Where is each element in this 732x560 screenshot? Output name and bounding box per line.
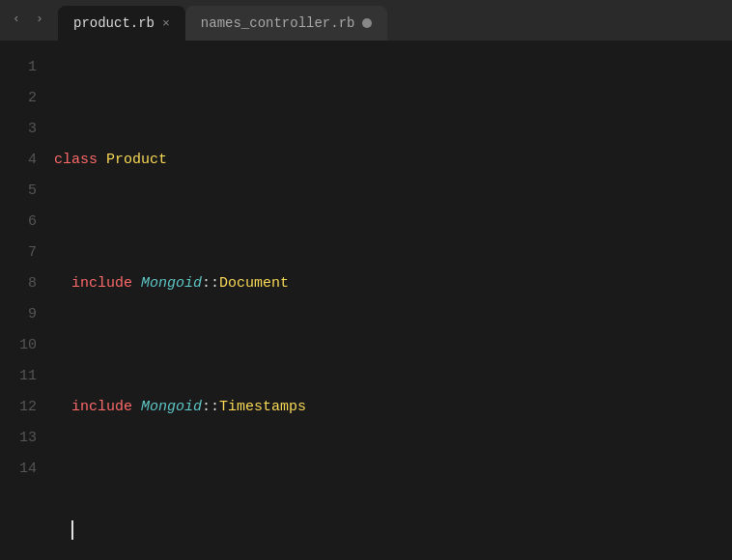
line-num: 6 <box>0 207 37 238</box>
line-num: 2 <box>0 83 37 114</box>
back-arrow[interactable]: ‹ <box>8 10 25 27</box>
line-num: 8 <box>0 268 37 299</box>
line-num: 1 <box>0 52 37 83</box>
line-num: 12 <box>0 392 37 423</box>
line-num: 14 <box>0 454 37 485</box>
code-line-1: class Product <box>50 145 732 176</box>
line-num: 10 <box>0 330 37 361</box>
code-line-3: include Mongoid::Timestamps <box>50 392 732 423</box>
forward-arrow[interactable]: › <box>31 10 48 27</box>
tab-label: names_controller.rb <box>201 15 355 31</box>
tab-close-icon[interactable]: × <box>162 17 170 30</box>
line-num: 5 <box>0 176 37 207</box>
code-line-2: include Mongoid::Document <box>50 268 732 299</box>
line-num: 13 <box>0 423 37 454</box>
tab-modified-dot <box>362 18 372 28</box>
code-line-4 <box>50 516 732 546</box>
line-num: 3 <box>0 114 37 145</box>
line-numbers: 1 2 3 4 5 6 7 8 9 10 11 12 13 14 <box>0 41 50 560</box>
tab-product-rb[interactable]: product.rb × <box>58 6 185 41</box>
line-num: 9 <box>0 299 37 330</box>
tab-names-controller-rb[interactable]: names_controller.rb <box>185 6 388 41</box>
line-num: 7 <box>0 238 37 268</box>
code-content[interactable]: class Product include Mongoid::Document … <box>50 41 732 560</box>
line-num: 11 <box>0 361 37 392</box>
text-cursor <box>71 520 73 540</box>
line-num: 4 <box>0 145 37 176</box>
editor-area: 1 2 3 4 5 6 7 8 9 10 11 12 13 14 class P… <box>0 41 732 560</box>
tab-navigation: ‹ › <box>8 10 48 27</box>
tab-label: product.rb <box>73 15 155 31</box>
